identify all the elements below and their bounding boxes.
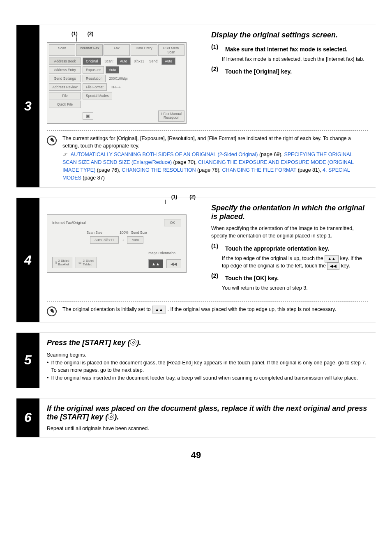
- step4-sub2-num: (2): [211, 272, 222, 283]
- sub1-num: (1): [211, 44, 222, 54]
- send-settings-button[interactable]: Send Settings: [49, 75, 81, 82]
- step5-bullet1: If the original is placed on the documen…: [51, 359, 368, 375]
- step5-bullet2: If the original was inserted in the docu…: [51, 374, 358, 382]
- tab-fax[interactable]: Fax: [104, 44, 130, 56]
- note-icon: ✎: [47, 136, 57, 145]
- orientation-panel: Internet Fax/Original OK Scan Size 100% …: [47, 214, 187, 273]
- quick-file-button[interactable]: Quick File: [49, 101, 81, 108]
- preview-icon[interactable]: ▣: [83, 112, 93, 120]
- address-book-button[interactable]: Address Book: [49, 58, 81, 65]
- resolution-button[interactable]: Resolution: [83, 75, 106, 82]
- address-entry-button[interactable]: Address Entry: [49, 66, 81, 74]
- step-6-block: 6 If the original was placed on the docu…: [16, 398, 376, 438]
- orient-up-icon-note: ▲▲: [152, 306, 166, 313]
- sub1-heading: Make sure that Internet fax mode is sele…: [225, 46, 368, 53]
- callout-4-2: (2): [189, 194, 196, 200]
- page-number: 49: [16, 450, 376, 461]
- step3-heading: Display the original settings screen.: [211, 31, 368, 39]
- file-button[interactable]: File: [49, 92, 81, 99]
- orient-left-icon: ◀◀: [327, 263, 339, 270]
- tab-usb-mem-scan[interactable]: USB Mem. Scan: [158, 44, 184, 56]
- link-file-format[interactable]: CHANGING THE FILE FORMAT: [222, 167, 297, 173]
- step-number-3: 3: [16, 25, 39, 187]
- scan-auto-btn[interactable]: Auto 8½x11: [90, 236, 119, 244]
- step3-note: ✎ The current settings for [Original], […: [47, 135, 368, 182]
- settings-panel: Scan Internet Fax Fax Data Entry USB Mem…: [47, 42, 187, 124]
- resolution-value: 200X100dpi: [107, 75, 129, 82]
- special-modes-button[interactable]: Special Modes: [83, 92, 112, 99]
- exposure-value[interactable]: Auto: [106, 66, 120, 74]
- original-button[interactable]: Original: [83, 58, 101, 65]
- orientation-up-button[interactable]: ▲▲: [148, 259, 163, 268]
- scan-size-label: Scan Size: [87, 230, 102, 235]
- step-number-5: 5: [16, 333, 39, 388]
- scan-label: Scan:: [103, 58, 115, 64]
- step4-sub1-desc: If the top edge of the original is up, t…: [222, 255, 368, 270]
- step6-lead: Repeat until all originals have been sca…: [47, 426, 368, 431]
- orient-up-icon: ▲▲: [325, 255, 339, 263]
- start-key-icon: ◇: [108, 413, 114, 420]
- step4-sub2-desc: You will return to the screen of step 3.: [222, 285, 368, 292]
- callout-1: (1): [71, 31, 78, 37]
- step-4-block: 4 (1) (2) Internet Fax/Original OK Scan …: [16, 198, 376, 322]
- ratio-label: 100%: [120, 230, 129, 235]
- ifax-manual-reception-button[interactable]: I-Fax Manual Reception: [158, 111, 184, 122]
- send-auto-button[interactable]: Auto: [161, 58, 175, 65]
- send-auto-btn[interactable]: Auto: [127, 236, 143, 244]
- sub2-num: (2): [211, 66, 222, 76]
- step4-lead: When specifying the orientation of the i…: [211, 225, 368, 240]
- file-format-button[interactable]: File Format: [83, 83, 107, 91]
- 2sided-booklet-button[interactable]: ▯2-Sided Booklet: [52, 257, 72, 268]
- callout-4-1: (1): [171, 194, 178, 200]
- image-orientation-label: Image Orientation: [52, 251, 175, 255]
- step5-lead: Scanning begins.: [47, 351, 368, 359]
- tab-scan[interactable]: Scan: [49, 44, 75, 56]
- step-number-6: 6: [16, 398, 39, 437]
- tab-internet-fax[interactable]: Internet Fax: [76, 44, 102, 56]
- send-size-label: Send Size: [131, 230, 147, 235]
- note-lead: The current settings for [Original], [Ex…: [62, 136, 351, 149]
- link-resolution[interactable]: CHANGING THE RESOLUTION: [122, 167, 196, 173]
- step-number-4: 4: [16, 198, 39, 322]
- orientation-left-button[interactable]: ◀◀: [166, 259, 181, 268]
- step4-sub2-head: Touch the [OK] key.: [225, 275, 368, 281]
- send-label: Send:: [148, 58, 160, 64]
- scan-auto-button[interactable]: Auto: [117, 58, 131, 65]
- step4-sub1-num: (1): [211, 243, 222, 253]
- tab-data-entry[interactable]: Data Entry: [131, 44, 157, 56]
- step6-heading: If the original was placed on the docume…: [47, 404, 368, 421]
- step-5-block: 5 Press the [START] key (◇). Scanning be…: [16, 332, 376, 388]
- sub2-heading: Touch the [Original] key.: [225, 68, 368, 75]
- step-3-block: 3 (1) (2) Scan Internet Fax Fax Data Ent…: [16, 25, 376, 188]
- step4-note: ✎ The original orientation is initially …: [47, 306, 368, 316]
- step4-heading: Specify the orientation in which the ori…: [211, 204, 368, 221]
- exposure-button[interactable]: Exposure: [83, 66, 104, 74]
- start-key-icon: ◇: [130, 339, 136, 345]
- address-review-button[interactable]: Address Review: [49, 83, 81, 91]
- link-2sided[interactable]: AUTOMATICALLY SCANNING BOTH SIDES OF AN …: [71, 152, 258, 157]
- ok-button[interactable]: OK: [164, 219, 181, 226]
- callout-2: (2): [88, 31, 94, 37]
- hand-icon: ☞: [62, 151, 68, 157]
- step4-sub1-head: Touch the appropriate orientation key.: [225, 245, 368, 252]
- panel2-title: Internet Fax/Original: [52, 221, 86, 225]
- note-icon: ✎: [47, 306, 57, 316]
- 2sided-tablet-button[interactable]: ▭2-Sided Tablet: [76, 257, 97, 268]
- file-format-value: TIFF-F: [108, 84, 122, 90]
- step-3-body: (1) (2) Scan Internet Fax Fax Data Entry…: [39, 25, 376, 187]
- sub1-desc: If Internet fax mode is not selected, to…: [222, 56, 368, 63]
- scan-paper: 8½x11: [132, 58, 146, 64]
- step5-heading: Press the [START] key (◇).: [47, 339, 368, 347]
